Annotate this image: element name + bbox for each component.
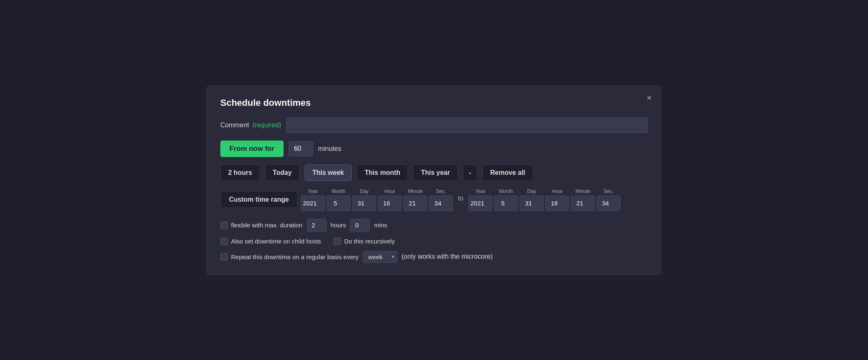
from-sec-input[interactable] [429, 195, 453, 211]
to-minute-label: Minute [575, 188, 590, 194]
repeat-note: (only works with the microcore) [402, 253, 493, 260]
child-hosts-label-text: Also set downtime on child hosts [231, 238, 321, 245]
comment-required: (required) [253, 122, 281, 129]
from-sec-col: Sec. [429, 188, 453, 211]
duration-unit-label: minutes [318, 145, 341, 153]
from-minute-col: Minute [403, 188, 427, 211]
this-month-button[interactable]: This month [357, 165, 408, 181]
flexible-mins-unit: mins [374, 222, 387, 229]
comment-row: Comment (required) [220, 117, 648, 133]
to-hour-col: Hour [545, 188, 569, 211]
from-hour-col: Hour [378, 188, 402, 211]
from-day-col: Day [352, 188, 376, 211]
flexible-mins-input[interactable] [350, 219, 370, 232]
from-hour-label: Hour [384, 188, 395, 194]
from-year-input[interactable] [301, 195, 325, 211]
dash-button[interactable]: - [463, 165, 477, 181]
to-month-input[interactable] [494, 195, 518, 211]
flexible-checkbox-label[interactable]: flexible with max. duration [220, 222, 303, 229]
to-year-input[interactable] [468, 195, 492, 211]
from-year-col: Year [301, 188, 325, 211]
from-minute-input[interactable] [403, 195, 427, 211]
custom-time-range-row: Custom time range Year Month Day Hour Mi… [220, 188, 648, 211]
from-month-label: Month [331, 188, 345, 194]
to-sec-label: Sec. [603, 188, 613, 194]
flexible-checkbox[interactable] [220, 222, 228, 229]
schedule-downtimes-modal: Schedule downtimes × Comment (required) … [207, 86, 661, 275]
child-hosts-row: Also set downtime on child hosts Do this… [220, 238, 648, 245]
to-minute-input[interactable] [571, 195, 595, 211]
child-hosts-checkbox[interactable] [220, 238, 228, 245]
to-month-col: Month [494, 188, 518, 211]
flexible-row: flexible with max. duration hours mins [220, 219, 648, 232]
repeat-interval-select[interactable]: hour day week month year [363, 251, 398, 263]
from-sec-label: Sec. [436, 188, 446, 194]
from-now-for-row: From now for minutes [220, 141, 648, 157]
comment-input[interactable] [286, 117, 648, 133]
to-sec-col: Sec. [596, 188, 620, 211]
recursive-label-text: Do this recursively [344, 238, 395, 245]
to-year-label: Year [475, 188, 485, 194]
to-hour-label: Hour [552, 188, 563, 194]
this-week-button[interactable]: This week [305, 165, 352, 181]
recursive-checkbox-label[interactable]: Do this recursively [334, 238, 395, 245]
to-year-col: Year [468, 188, 492, 211]
from-day-label: Day [360, 188, 368, 194]
to-day-label: Day [527, 188, 536, 194]
modal-title: Schedule downtimes [220, 98, 648, 108]
from-minute-label: Minute [408, 188, 423, 194]
from-year-label: Year [308, 188, 318, 194]
from-day-input[interactable] [352, 195, 376, 211]
from-month-input[interactable] [327, 195, 351, 211]
flexible-hours-unit: hours [331, 222, 346, 229]
custom-time-range-button[interactable]: Custom time range [220, 191, 298, 208]
to-datetime-group: Year Month Day Hour Minute Sec. [468, 188, 620, 211]
to-month-label: Month [499, 188, 513, 194]
to-sec-input[interactable] [596, 195, 620, 211]
to-day-col: Day [520, 188, 544, 211]
repeat-row: Repeat this downtime on a regular basis … [220, 251, 648, 263]
to-minute-col: Minute [571, 188, 595, 211]
flexible-label-text: flexible with max. duration [231, 222, 303, 229]
to-day-input[interactable] [520, 195, 544, 211]
close-button[interactable]: × [646, 93, 652, 103]
repeat-select-wrapper: hour day week month year [363, 251, 398, 263]
from-datetime-group: Year Month Day Hour Minute Sec. [301, 188, 453, 211]
from-now-for-button[interactable]: From now for [220, 141, 284, 157]
to-label: to [456, 195, 465, 205]
two-hours-button[interactable]: 2 hours [220, 165, 260, 181]
to-hour-input[interactable] [545, 195, 569, 211]
repeat-label-text: Repeat this downtime on a regular basis … [231, 253, 359, 260]
duration-input[interactable] [289, 141, 313, 156]
quick-time-row: 2 hours Today This week This month This … [220, 165, 648, 181]
flexible-hours-input[interactable] [307, 219, 327, 232]
this-year-button[interactable]: This year [413, 165, 458, 181]
from-hour-input[interactable] [378, 195, 402, 211]
today-button[interactable]: Today [265, 165, 300, 181]
from-month-col: Month [327, 188, 351, 211]
remove-all-button[interactable]: Remove all [482, 165, 533, 181]
repeat-checkbox-label[interactable]: Repeat this downtime on a regular basis … [220, 253, 359, 260]
repeat-checkbox[interactable] [220, 253, 228, 260]
recursive-checkbox[interactable] [334, 238, 341, 245]
comment-label: Comment (required) [220, 122, 281, 129]
child-hosts-checkbox-label[interactable]: Also set downtime on child hosts [220, 238, 321, 245]
